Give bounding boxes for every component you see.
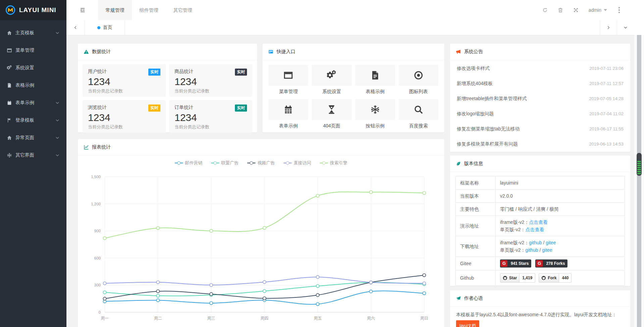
notice-date: 2019-07-11 23:06 (589, 66, 624, 71)
collapse-sidebar-button[interactable] (76, 0, 89, 20)
version-link[interactable]: github (529, 240, 542, 245)
quick-entry-8[interactable]: 百度搜索 (399, 99, 438, 129)
version-link[interactable]: github (525, 247, 538, 253)
header-tab-2[interactable]: 组件管理 (132, 0, 166, 20)
notice-item-5[interactable]: 修复左侧菜单缩放tab无法移动2019-06-17 11:55 (457, 121, 624, 136)
scrollbar (634, 35, 644, 327)
version-link[interactable]: 点击查看 (525, 227, 544, 232)
notice-title: 修复多模块菜单栏展开有问题 (457, 141, 518, 147)
legend-item-4[interactable]: 直接访问 (284, 160, 311, 166)
clear-cache-button[interactable] (558, 7, 563, 13)
layui-doc-badge[interactable]: layui文档 (456, 320, 479, 327)
logo[interactable]: LAYUI MINI (0, 0, 66, 20)
stat-card-desc: 当前分类总记录数 (88, 88, 160, 94)
panel-title: 版本信息 (464, 161, 483, 167)
gitee-badge[interactable]: G941 Stars (500, 259, 531, 268)
sidebar-item-1[interactable]: 主页模板 (0, 24, 66, 42)
version-row-label: Gitee (456, 257, 496, 271)
chevron-down-icon (55, 100, 60, 105)
notice-item-6[interactable]: 修复多模块菜单栏展开有问题2019-06-13 14:53 (457, 136, 624, 152)
chevron-down-icon (55, 118, 60, 123)
legend-item-5[interactable]: 搜索引擎 (320, 160, 347, 166)
legend-item-1[interactable]: 邮件营销 (175, 160, 202, 166)
notice-item-4[interactable]: 修改logo缩放问题2019-07-04 11:02 (457, 106, 624, 121)
sidebar-item-6[interactable]: 登录模板 (0, 112, 66, 129)
fullscreen-icon (573, 7, 579, 13)
panel-author-header: 作者心语 (450, 290, 630, 307)
fullscreen-button[interactable] (573, 7, 579, 13)
version-link[interactable]: 点击查看 (529, 219, 548, 225)
version-link-line: iframe版-v2：github / gitee (500, 239, 620, 246)
sidebar-item-3[interactable]: 系统设置 (0, 59, 66, 77)
stat-card-top: 订单统计实时 (175, 105, 247, 112)
chevron-down-icon (55, 153, 60, 158)
header-tab-3[interactable]: 其它管理 (166, 0, 200, 20)
quick-entry-4[interactable]: 图标列表 (399, 65, 438, 95)
refresh-button[interactable] (542, 7, 548, 13)
sidebar-item-7[interactable]: 异常页面 (0, 129, 66, 147)
tabs-scroll-left-button[interactable] (66, 20, 85, 35)
quick-entry-5[interactable]: 表单示例 (268, 99, 308, 129)
legend-item-2[interactable]: 联盟广告 (211, 160, 239, 166)
version-row-label: 演示地址 (456, 216, 496, 236)
credit-card-icon (268, 49, 274, 54)
version-link-line: 单页版-v2：点击查看 (500, 226, 620, 233)
version-link-text: / (538, 247, 542, 253)
more-menu-button[interactable] (617, 6, 621, 14)
version-row-value: 零门槛 / 响应式 / 清爽 / 极简 (496, 203, 625, 216)
notice-item-2[interactable]: 新增系统404模板2019-07-11 12:57 (457, 76, 624, 91)
warning-icon (84, 49, 89, 54)
legend-label: 联盟广告 (221, 160, 239, 166)
gears-icon (7, 65, 12, 71)
github-button[interactable]: Star1,419 (500, 273, 535, 283)
version-link-text: iframe版-v2： (500, 219, 529, 225)
scrollbar-track[interactable] (637, 35, 641, 327)
version-link[interactable]: gitee (546, 240, 556, 245)
tabs-scroll-right-button[interactable] (600, 20, 617, 35)
github-button[interactable]: Fork440 (539, 273, 572, 283)
legend-marker-icon (211, 163, 219, 163)
notice-list: 修改选项卡样式2019-07-11 23:06新增系统404模板2019-07-… (450, 60, 630, 152)
sidebar: LAYUI MINI 主页模板菜单管理系统设置表格示例表单示例登录模板异常页面其… (0, 0, 66, 327)
realtime-badge: 实时 (148, 105, 160, 112)
home-icon (7, 135, 12, 140)
logo-text: LAYUI MINI (19, 6, 56, 14)
sidebar-item-label: 异常页面 (15, 135, 34, 141)
header-tab-1[interactable]: 常规管理 (98, 0, 132, 20)
quick-entry-tile (399, 65, 438, 86)
version-link[interactable]: gitee (542, 247, 552, 253)
sidebar-item-2[interactable]: 菜单管理 (0, 42, 66, 59)
version-row-value: v2.0.0 (496, 190, 625, 203)
legend-item-3[interactable]: 视频广告 (247, 160, 275, 166)
sidebar-item-4[interactable]: 表格示例 (0, 77, 66, 94)
version-link-text: / (542, 240, 546, 245)
tabs-operations-button[interactable] (617, 20, 634, 35)
quick-entry-6[interactable]: 404页面 (312, 99, 351, 129)
scrollbar-thumb[interactable] (637, 153, 642, 176)
tab-home[interactable]: 首页 (85, 20, 125, 35)
github-button-count: 1,419 (519, 273, 535, 283)
panel-title: 系统公告 (464, 49, 483, 55)
notice-item-3[interactable]: 新增treetable插件和菜单管理样式2019-07-05 14:28 (457, 91, 624, 106)
gitee-logo: G (501, 260, 507, 267)
sidebar-item-8[interactable]: 其它界面 (0, 147, 66, 164)
svg-text:1,200: 1,200 (91, 202, 101, 206)
notice-item-1[interactable]: 修改选项卡样式2019-07-11 23:06 (457, 61, 624, 76)
user-dropdown[interactable]: admin (589, 7, 607, 13)
stat-card-value: 1234 (175, 112, 247, 123)
legend-marker-icon (320, 163, 328, 163)
window-icon (7, 48, 12, 53)
panel-quick-entry-header: 快捷入口 (262, 44, 444, 60)
notice-date: 2019-06-13 14:53 (589, 141, 624, 147)
quick-entry-2[interactable]: 系统设置 (312, 65, 351, 95)
version-row-7: GithubStar1,419Fork440 (456, 271, 625, 286)
stat-card-label: 浏览统计 (88, 105, 107, 111)
gitee-badge[interactable]: G278 Forks (535, 259, 567, 268)
quick-entry-7[interactable]: 按钮示例 (355, 99, 395, 129)
version-row-6: GiteeG941 StarsG278 Forks (456, 257, 625, 271)
quick-entry-3[interactable]: 表格示例 (355, 65, 395, 95)
version-row-value: iframe版-v2：github / gitee单页版-v2：github /… (496, 236, 625, 257)
quick-entry-1[interactable]: 菜单管理 (268, 65, 308, 95)
quick-entry-tile (268, 99, 308, 120)
sidebar-item-5[interactable]: 表单示例 (0, 94, 66, 112)
